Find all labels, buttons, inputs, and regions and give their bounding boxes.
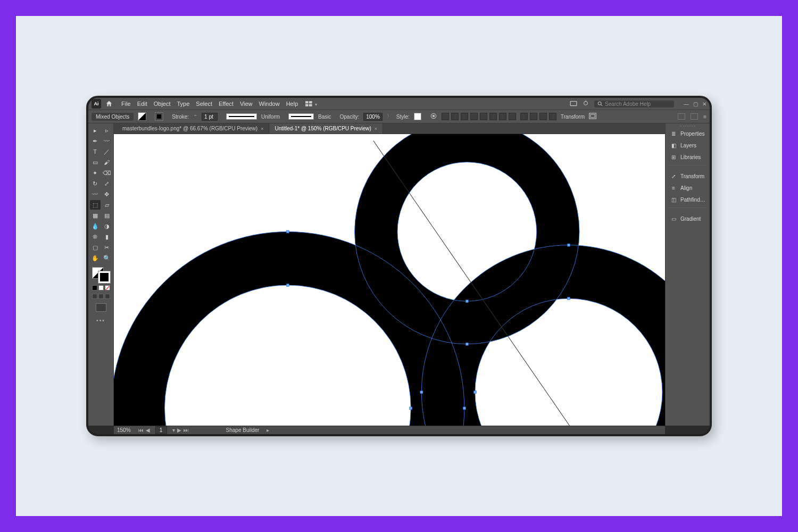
tab-close-icon[interactable]: × [261, 126, 263, 131]
style-swatch[interactable] [414, 113, 421, 120]
right-dock: ≣Properties◧Layers⊞Libraries⤢Transform≡A… [665, 123, 710, 426]
color-mode-gradient-icon[interactable] [98, 285, 104, 290]
zoom-level[interactable]: 150% [117, 427, 133, 433]
tool-blend[interactable]: ◑ [102, 221, 112, 231]
transform-label[interactable]: Transform [561, 114, 585, 120]
tool-direct-selection[interactable]: ▹ [102, 126, 112, 135]
dock-item-properties[interactable]: ≣Properties [666, 128, 710, 139]
stroke-swatch[interactable] [155, 112, 163, 121]
unite-icon[interactable] [520, 113, 528, 120]
tool-slice[interactable]: ✂ [102, 243, 112, 252]
tool-free-transform[interactable]: ✥ [102, 189, 112, 199]
tool-pen[interactable]: ✒ [90, 136, 101, 146]
tool-symbol-spray[interactable]: ❊ [90, 232, 101, 242]
tab-close-icon[interactable]: × [375, 126, 377, 131]
menu-select[interactable]: Select [196, 101, 212, 107]
menu-type[interactable]: Type [177, 101, 190, 107]
tool-width[interactable]: 〰 [90, 189, 101, 199]
tool-eraser[interactable]: ⌫ [102, 168, 112, 178]
tool-shape-builder[interactable]: ⬚ [90, 200, 101, 210]
cloud-icon[interactable] [583, 100, 589, 107]
svg-rect-21 [286, 284, 289, 287]
svg-rect-2 [305, 104, 309, 106]
tool-gradient[interactable]: ▤ [102, 211, 112, 220]
dock-item-align[interactable]: ≡Align [666, 182, 710, 194]
tool-graph[interactable]: ▮ [102, 232, 112, 242]
screen-mode-2-icon[interactable] [98, 294, 104, 299]
tool-rect[interactable]: ▭ [90, 157, 101, 167]
panel-toggle-2-icon[interactable] [691, 113, 698, 120]
edit-toolbar-icon[interactable] [96, 303, 106, 312]
tool-artboard[interactable]: ▢ [90, 243, 101, 252]
tool-shaper[interactable]: ✦ [90, 168, 101, 178]
dock-item-transform[interactable]: ⤢Transform [666, 170, 710, 182]
screen-mode-3-icon[interactable] [105, 294, 110, 299]
menu-help[interactable]: Help [286, 101, 298, 107]
align-left-icon[interactable] [442, 113, 449, 120]
align-top-icon[interactable] [470, 113, 478, 120]
menu-object[interactable]: Object [154, 101, 171, 107]
next-artboard-icon[interactable]: ▶ [177, 427, 181, 433]
tool-mesh[interactable]: ▦ [90, 211, 101, 220]
panel-toggle-1-icon[interactable] [678, 113, 685, 120]
search-adobe-help[interactable]: Search Adobe Help [594, 101, 674, 107]
toolbar-more-icon[interactable]: ••• [96, 317, 105, 323]
minus-front-icon[interactable] [530, 113, 537, 120]
tab-active[interactable]: Untitled-1* @ 150% (RGB/CPU Preview) × [269, 123, 383, 134]
dock-item-gradient[interactable]: ▭Gradient [666, 213, 710, 225]
menu-effect[interactable]: Effect [219, 101, 234, 107]
canvas[interactable] [114, 134, 665, 426]
tool-scale[interactable]: ⤢ [102, 179, 112, 188]
last-artboard-icon[interactable]: ⏭ [184, 427, 189, 433]
align-hcenter-icon[interactable] [451, 113, 459, 120]
distribute-h-icon[interactable] [499, 113, 506, 120]
isolate-icon[interactable] [589, 113, 596, 120]
close-icon[interactable]: ✕ [702, 101, 706, 107]
menu-file[interactable]: File [121, 101, 131, 107]
fill-swatch[interactable] [138, 112, 146, 121]
tab-inactive[interactable]: masterbundles-logo.png* @ 66.67% (RGB/CP… [117, 123, 269, 134]
exclude-icon[interactable] [549, 113, 556, 120]
first-artboard-icon[interactable]: ⏮ [138, 427, 144, 433]
dock-item-pathfind[interactable]: ◫Pathfind… [666, 194, 710, 205]
tool-eyedropper[interactable]: 💧 [90, 221, 101, 231]
recolor-icon[interactable] [430, 112, 437, 121]
workspace-switcher[interactable] [305, 101, 317, 107]
tool-brush[interactable]: 🖌 [102, 157, 112, 167]
distribute-v-icon[interactable] [509, 113, 516, 120]
screen-mode-1-icon[interactable] [92, 294, 97, 299]
stroke-weight-field[interactable]: 1 pt [202, 113, 218, 121]
prev-artboard-icon[interactable]: ◀ [146, 427, 150, 433]
opacity-field[interactable]: 100% [363, 113, 383, 121]
menu-view[interactable]: View [240, 101, 253, 107]
tool-rotate[interactable]: ↻ [90, 179, 101, 188]
tool-curvature[interactable]: 〰 [102, 136, 112, 146]
color-mode-solid-icon[interactable] [92, 285, 97, 290]
fill-stroke-control[interactable] [92, 267, 110, 283]
tool-selection[interactable]: ▸ [90, 126, 101, 135]
artboard-number[interactable]: 1 [155, 426, 167, 434]
tool-line[interactable]: ／ [102, 147, 112, 156]
dock-item-libraries[interactable]: ⊞Libraries [666, 151, 710, 163]
tool-zoom[interactable]: 🔍 [102, 253, 112, 263]
stroke-profile-preview[interactable] [226, 113, 257, 120]
intersect-icon[interactable] [539, 113, 547, 120]
minimize-icon[interactable]: — [684, 101, 689, 107]
maximize-icon[interactable]: ▢ [693, 101, 698, 107]
panel-menu-icon[interactable]: ≡ [703, 114, 706, 120]
menu-window[interactable]: Window [259, 101, 280, 107]
dock-item-layers[interactable]: ◧Layers [666, 139, 710, 151]
tool-type[interactable]: T [90, 147, 101, 156]
tool-perspective[interactable]: ▱ [102, 200, 112, 210]
stroke-color-icon[interactable] [98, 271, 110, 283]
align-bottom-icon[interactable] [489, 113, 497, 120]
menu-edit[interactable]: Edit [137, 101, 147, 107]
align-vcenter-icon[interactable] [480, 113, 487, 120]
color-mode-none-icon[interactable] [105, 285, 110, 290]
tool-hand[interactable]: ✋ [90, 253, 101, 263]
home-icon[interactable] [104, 99, 114, 109]
share-icon[interactable] [570, 100, 577, 107]
align-right-icon[interactable] [461, 113, 468, 120]
brush-preview[interactable] [288, 113, 314, 120]
artboard-list-icon[interactable]: ▾ [172, 427, 175, 433]
